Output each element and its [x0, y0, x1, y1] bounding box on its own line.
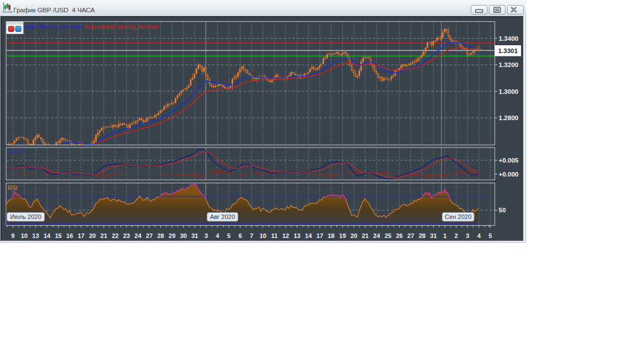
svg-text:12: 12 [282, 232, 289, 239]
svg-text:3: 3 [205, 232, 208, 239]
svg-text:11: 11 [271, 232, 278, 239]
svg-text:23: 23 [123, 232, 130, 239]
svg-text:1.3301: 1.3301 [498, 47, 518, 54]
svg-text:19: 19 [339, 232, 346, 239]
svg-text:28: 28 [157, 232, 164, 239]
svg-text:24: 24 [373, 232, 381, 239]
svg-text:31: 31 [191, 232, 198, 239]
svg-text:14: 14 [305, 232, 312, 239]
svg-text:26: 26 [396, 232, 402, 239]
svg-text:31: 31 [430, 232, 437, 239]
svg-text:10: 10 [21, 232, 27, 239]
svg-text:2: 2 [454, 232, 458, 239]
svg-text:9: 9 [11, 232, 15, 239]
svg-text:График GBP /USD 4 ЧАСА: График GBP /USD 4 ЧАСА [13, 6, 95, 14]
svg-text:20: 20 [351, 232, 357, 239]
svg-text:Июль 2020: Июль 2020 [10, 213, 41, 220]
svg-text:7: 7 [250, 232, 253, 239]
svg-text:3: 3 [466, 232, 469, 239]
svg-text:17: 17 [316, 232, 323, 239]
svg-text:29: 29 [169, 232, 176, 239]
svg-text:+0.005: +0.005 [499, 157, 519, 164]
svg-text:1: 1 [443, 232, 447, 239]
svg-text:13: 13 [293, 232, 300, 239]
svg-text:1.3000: 1.3000 [499, 88, 518, 95]
svg-text:Авг 2020: Авг 2020 [210, 213, 235, 220]
svg-text:4: 4 [477, 232, 481, 239]
svg-text:25: 25 [385, 232, 391, 239]
svg-text:20: 20 [89, 232, 96, 239]
svg-text:+0.000: +0.000 [499, 171, 519, 178]
svg-text:1.2800: 1.2800 [499, 115, 518, 121]
svg-text:15: 15 [55, 232, 61, 239]
svg-text:14: 14 [44, 232, 51, 239]
svg-text:50: 50 [499, 207, 506, 213]
svg-text:16: 16 [67, 232, 73, 239]
svg-text:1.3200: 1.3200 [499, 61, 518, 68]
svg-text:22: 22 [112, 232, 119, 239]
svg-text:18: 18 [328, 232, 334, 239]
svg-text:Сен 2020: Сен 2020 [445, 213, 472, 220]
svg-text:5: 5 [227, 232, 230, 239]
svg-text:6: 6 [239, 232, 242, 239]
svg-text:21: 21 [101, 232, 107, 239]
svg-text:4: 4 [216, 232, 220, 239]
svg-text:28: 28 [419, 232, 425, 239]
svg-text:10: 10 [259, 232, 266, 239]
svg-text:RSI: RSI [8, 184, 18, 191]
svg-text:MACD: MACD [7, 149, 25, 155]
svg-text:24: 24 [135, 232, 142, 239]
svg-text:5: 5 [489, 232, 492, 239]
svg-text:30: 30 [180, 232, 187, 239]
svg-text:13: 13 [32, 232, 39, 239]
svg-text:21: 21 [362, 232, 368, 239]
svg-text:27: 27 [146, 232, 153, 239]
svg-text:17: 17 [78, 232, 84, 239]
svg-text:1.3400: 1.3400 [499, 35, 518, 42]
svg-text:27: 27 [408, 232, 414, 239]
svg-text:Exponential_Moving_Average: Exponential_Moving_Average [85, 24, 159, 30]
